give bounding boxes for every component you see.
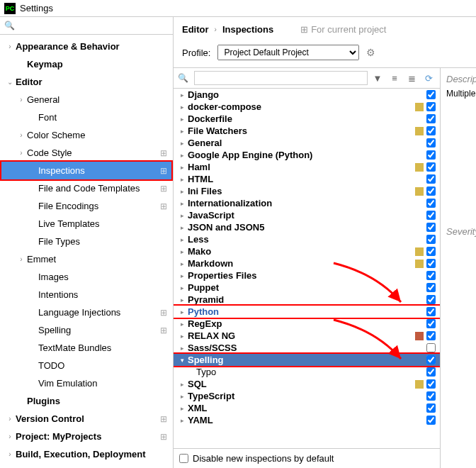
- sidebar-item-intentions[interactable]: Intentions: [0, 286, 173, 303]
- sidebar-item-editor[interactable]: ⌄Editor: [0, 73, 173, 91]
- inspection-checkbox[interactable]: [426, 174, 436, 184]
- sidebar-item-images[interactable]: Images: [0, 268, 173, 286]
- inspection-checkbox[interactable]: [426, 283, 436, 292]
- inspection-item-properties-files[interactable]: ▸Properties Files: [174, 269, 440, 282]
- inspection-item-internationalization[interactable]: ▸Internationalization: [174, 197, 440, 209]
- inspection-label: File Watchers: [186, 126, 415, 136]
- inspection-checkbox[interactable]: [426, 247, 436, 256]
- inspection-item-javascript[interactable]: ▸JavaScript: [174, 209, 440, 221]
- sidebar-item-emmet[interactable]: ›Emmet: [0, 250, 173, 268]
- sidebar-item-file-encodings[interactable]: File Encodings⊞: [0, 197, 173, 215]
- profile-select[interactable]: Project Default Project: [217, 45, 359, 60]
- inspection-item-mako[interactable]: ▸Mako: [174, 245, 440, 257]
- inspection-item-relax-ng[interactable]: ▸RELAX NG: [174, 330, 440, 342]
- inspection-item-json-and-json5[interactable]: ▸JSON and JSON5: [174, 221, 440, 233]
- inspection-item-spelling[interactable]: ▾Spelling: [174, 354, 440, 366]
- inspection-checkbox[interactable]: [426, 114, 436, 123]
- inspection-checkbox[interactable]: [426, 331, 436, 340]
- sidebar-item-font[interactable]: Font: [0, 108, 173, 126]
- inspection-item-general[interactable]: ▸General: [174, 137, 440, 149]
- inspection-checkbox[interactable]: [426, 211, 436, 220]
- inspection-item-pyramid[interactable]: ▸Pyramid: [174, 294, 440, 306]
- sidebar-item-textmate-bundles[interactable]: TextMate Bundles: [0, 339, 173, 357]
- inspection-checkbox[interactable]: [426, 295, 436, 304]
- sidebar-item-plugins[interactable]: Plugins: [0, 392, 173, 410]
- chevron-icon: ▸: [178, 345, 186, 352]
- chevron-icon: ›: [6, 415, 14, 423]
- inspection-checkbox[interactable]: [426, 271, 436, 280]
- inspection-checkbox[interactable]: [426, 199, 436, 208]
- inspection-checkbox[interactable]: [426, 403, 436, 413]
- inspection-checkbox[interactable]: [426, 138, 436, 147]
- inspection-item-puppet[interactable]: ▸Puppet: [174, 282, 440, 294]
- inspection-item-google-app-engine-python-[interactable]: ▸Google App Engine (Python): [174, 149, 440, 161]
- sidebar-item-appearance-behavior[interactable]: ›Appearance & Behavior: [0, 38, 173, 55]
- sidebar-item-todo[interactable]: TODO: [0, 357, 173, 374]
- inspection-item-haml[interactable]: ▸Haml: [174, 161, 440, 173]
- sidebar-item-label: TODO: [37, 360, 173, 371]
- inspection-item-regexp[interactable]: ▸RegExp: [174, 318, 440, 330]
- inspections-search-input[interactable]: [194, 71, 368, 85]
- inspection-item-markdown[interactable]: ▸Markdown: [174, 257, 440, 269]
- sidebar-item-version-control[interactable]: ›Version Control⊞: [0, 410, 173, 428]
- inspection-checkbox[interactable]: [426, 102, 436, 111]
- inspection-checkbox[interactable]: [426, 235, 436, 244]
- inspection-item-less[interactable]: ▸Less: [174, 233, 440, 245]
- inspection-item-html[interactable]: ▸HTML: [174, 173, 440, 185]
- sidebar-item-label: Appearance & Behavior: [14, 41, 173, 52]
- inspection-item-yaml[interactable]: ▸YAML: [174, 414, 440, 426]
- sidebar-item-code-style[interactable]: ›Code Style⊞: [0, 144, 173, 162]
- inspection-checkbox[interactable]: [426, 307, 436, 316]
- inspection-item-docker-compose[interactable]: ▸docker-compose: [174, 101, 440, 113]
- sidebar-item-build-execution-deployment[interactable]: ›Build, Execution, Deployment: [0, 445, 173, 463]
- sidebar-item-vim-emulation[interactable]: Vim Emulation: [0, 374, 173, 392]
- reset-icon[interactable]: ⟳: [421, 71, 436, 85]
- gear-icon[interactable]: ⚙: [366, 47, 375, 58]
- sidebar-item-live-templates[interactable]: Live Templates: [0, 215, 173, 233]
- inspection-item-typescript[interactable]: ▸TypeScript: [174, 390, 440, 402]
- inspection-item-xml[interactable]: ▸XML: [174, 402, 440, 414]
- inspection-checkbox[interactable]: [426, 90, 436, 99]
- inspection-checkbox[interactable]: [426, 186, 436, 196]
- disable-new-checkbox[interactable]: [179, 454, 188, 463]
- expand-icon[interactable]: ≡: [387, 71, 402, 85]
- inspection-checkbox[interactable]: [426, 162, 436, 172]
- inspection-item-sql[interactable]: ▸SQL: [174, 378, 440, 390]
- inspection-checkbox[interactable]: [426, 343, 436, 352]
- inspection-checkbox[interactable]: [426, 391, 436, 401]
- inspection-label: YAML: [186, 415, 415, 425]
- inspection-checkbox[interactable]: [426, 126, 436, 135]
- inspection-item-dockerfile[interactable]: ▸Dockerfile: [174, 113, 440, 125]
- sidebar-item-spelling[interactable]: Spelling⊞: [0, 321, 173, 339]
- inspection-item-django[interactable]: ▸Django: [174, 89, 440, 101]
- inspection-checkbox[interactable]: [426, 319, 436, 328]
- sidebar-item-inspections[interactable]: Inspections⊞: [0, 162, 173, 179]
- inspection-label: RELAX NG: [186, 330, 415, 341]
- sidebar-item-keymap[interactable]: Keymap: [0, 55, 173, 73]
- inspection-checkbox[interactable]: [426, 379, 436, 389]
- main-container: 🔍 ›Appearance & BehaviorKeymap⌄Editor›Ge…: [0, 17, 476, 468]
- inspection-checkbox[interactable]: [426, 355, 436, 364]
- inspection-item-typo[interactable]: Typo: [174, 366, 440, 378]
- sidebar-item-language-injections[interactable]: Language Injections⊞: [0, 303, 173, 321]
- inspection-checkbox[interactable]: [426, 150, 436, 160]
- inspection-checkbox[interactable]: [426, 367, 436, 377]
- collapse-icon[interactable]: ≣: [404, 71, 419, 85]
- inspection-item-ini-files[interactable]: ▸Ini Files: [174, 185, 440, 197]
- sidebar-item-general[interactable]: ›General: [0, 91, 173, 108]
- inspection-item-python[interactable]: ▸Python: [174, 306, 440, 318]
- sidebar-item-color-scheme[interactable]: ›Color Scheme: [0, 126, 173, 144]
- sidebar-item-file-and-code-templates[interactable]: File and Code Templates⊞: [0, 179, 173, 197]
- sidebar-search[interactable]: 🔍: [0, 17, 173, 35]
- inspection-item-file-watchers[interactable]: ▸File Watchers: [174, 125, 440, 137]
- breadcrumb-root[interactable]: Editor: [182, 24, 209, 35]
- inspection-item-sass-scss[interactable]: ▸Sass/SCSS: [174, 342, 440, 354]
- inspection-checkbox[interactable]: [426, 416, 436, 425]
- sidebar-item-file-types[interactable]: File Types: [0, 233, 173, 250]
- sidebar-item-project-myprojects[interactable]: ›Project: MyProjects⊞: [0, 428, 173, 445]
- inspection-checkbox[interactable]: [426, 259, 436, 268]
- sidebar-search-input[interactable]: [18, 19, 169, 32]
- filter-icon[interactable]: ▼: [370, 71, 385, 85]
- inspection-checkbox[interactable]: [426, 223, 436, 232]
- profile-row: Profile: Project Default Project ⚙: [174, 42, 476, 67]
